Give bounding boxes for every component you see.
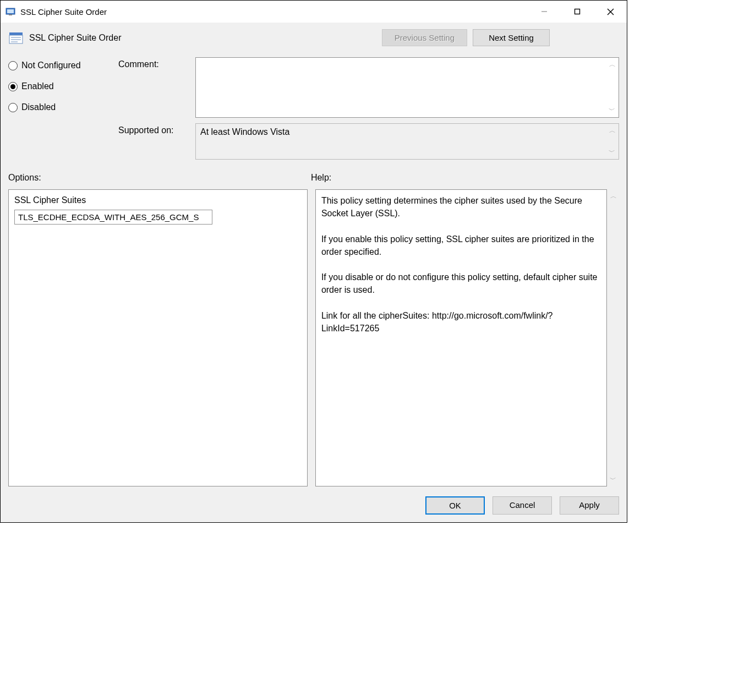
svg-rect-1 [7, 9, 14, 13]
radio-icon [8, 82, 18, 91]
comment-scroll[interactable]: ﹀ ﹀ [606, 58, 617, 117]
cancel-button[interactable]: Cancel [493, 496, 552, 515]
comment-input[interactable]: ﹀ ﹀ [195, 57, 619, 118]
radio-label: Enabled [21, 81, 54, 91]
lower-panels: SSL Cipher Suites TLS_ECDHE_ECDSA_WITH_A… [8, 189, 619, 486]
close-button[interactable] [594, 1, 627, 23]
options-panel: SSL Cipher Suites TLS_ECDHE_ECDSA_WITH_A… [8, 189, 308, 486]
chevron-up-icon: ﹀ [610, 192, 616, 201]
chevron-down-icon: ﹀ [606, 106, 617, 115]
window-title: SSL Cipher Suite Order [20, 7, 528, 17]
options-heading: Options: [8, 173, 308, 183]
minimize-button[interactable] [528, 1, 561, 23]
ok-button[interactable]: OK [425, 496, 485, 515]
help-scrollbar[interactable]: ﹀ ﹀ [607, 189, 619, 486]
cipher-suites-input[interactable]: TLS_ECDHE_ECDSA_WITH_AES_256_GCM_S [14, 210, 212, 225]
config-area: Not Configured Enabled Disabled Comment:… [8, 57, 619, 160]
header-row: SSL Cipher Suite Order Previous Setting … [8, 29, 619, 46]
chevron-down-icon: ﹀ [606, 147, 617, 157]
radio-enabled[interactable]: Enabled [8, 81, 113, 91]
radio-disabled[interactable]: Disabled [8, 102, 113, 112]
titlebar: SSL Cipher Suite Order [1, 1, 627, 23]
svg-rect-4 [575, 9, 580, 14]
supported-label: Supported on: [118, 123, 190, 135]
policy-icon [8, 30, 24, 46]
client-area: SSL Cipher Suite Order Previous Setting … [1, 23, 627, 522]
column-headers: Options: Help: [8, 173, 619, 183]
radio-label: Not Configured [21, 61, 81, 70]
supported-on-box: At least Windows Vista ﹀ ﹀ [195, 123, 619, 160]
state-radio-group: Not Configured Enabled Disabled [8, 57, 113, 112]
supported-value: At least Windows Vista [200, 127, 289, 136]
previous-setting-button: Previous Setting [382, 29, 467, 46]
policy-title: SSL Cipher Suite Order [29, 33, 382, 43]
radio-not-configured[interactable]: Not Configured [8, 61, 113, 70]
maximize-button[interactable] [561, 1, 594, 23]
nav-buttons: Previous Setting Next Setting [382, 29, 550, 46]
chevron-up-icon: ﹀ [606, 60, 617, 69]
comment-label: Comment: [118, 57, 190, 69]
supported-scroll[interactable]: ﹀ ﹀ [606, 124, 617, 159]
dialog-window: SSL Cipher Suite Order [0, 0, 627, 523]
svg-rect-7 [9, 32, 23, 35]
dialog-footer: OK Cancel Apply [8, 486, 619, 515]
help-panel: This policy setting determines the ciphe… [315, 189, 607, 486]
svg-rect-2 [9, 14, 12, 15]
radio-icon [8, 61, 18, 70]
radio-icon [8, 103, 18, 112]
radio-label: Disabled [21, 102, 56, 112]
app-icon [5, 6, 16, 17]
chevron-down-icon: ﹀ [610, 475, 616, 484]
apply-button[interactable]: Apply [560, 496, 619, 515]
chevron-up-icon: ﹀ [606, 126, 617, 135]
help-heading: Help: [308, 173, 619, 183]
window-controls [528, 1, 627, 23]
next-setting-button[interactable]: Next Setting [473, 29, 550, 46]
help-wrap: This policy setting determines the ciphe… [315, 189, 619, 486]
cipher-suites-label: SSL Cipher Suites [14, 195, 302, 205]
